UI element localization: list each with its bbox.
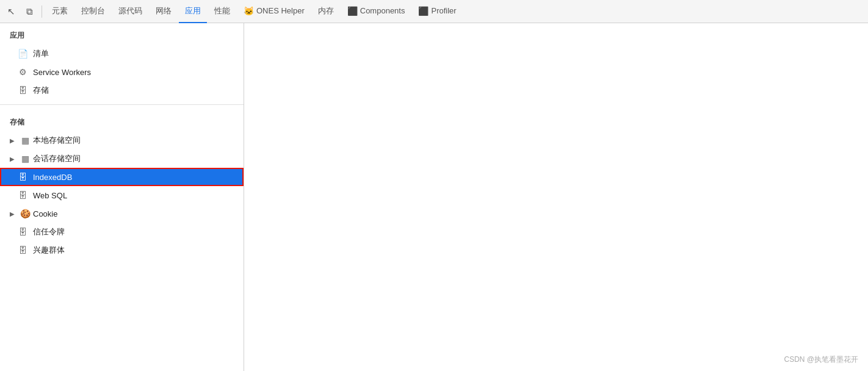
- tab-ones-helper[interactable]: 🐱 ONES Helper: [237, 0, 311, 23]
- tab-components-label: Components: [360, 6, 405, 15]
- tab-console[interactable]: 控制台: [75, 0, 111, 23]
- session-storage-icon: ▦: [20, 154, 31, 164]
- sidebar-item-local-storage[interactable]: ▶ ▦ 本地存储空间: [0, 131, 244, 149]
- tab-performance-label: 性能: [214, 5, 230, 16]
- sidebar-item-cookie-label: Cookie: [33, 209, 57, 218]
- toolbar: ↖ ⧉ 元素 控制台 源代码 网络 应用 性能 🐱 ONES Helper 内存…: [0, 0, 868, 23]
- interest-groups-icon: 🗄: [17, 245, 28, 255]
- manifest-icon: 📄: [17, 49, 28, 59]
- tab-profiler[interactable]: ⬛ Profiler: [412, 0, 462, 23]
- cookie-icon: 🍪: [20, 209, 31, 218]
- tab-application[interactable]: 应用: [179, 0, 207, 23]
- sidebar-item-storage-label: 存储: [33, 85, 49, 96]
- sidebar-item-service-workers-label: Service Workers: [33, 68, 91, 77]
- tab-network[interactable]: 网络: [150, 0, 178, 23]
- tab-memory-label: 内存: [318, 5, 334, 16]
- arrow-right-icon-2: ▶: [10, 156, 17, 162]
- content-area: CSDN @执笔看墨花开: [244, 23, 868, 371]
- tab-application-label: 应用: [185, 5, 201, 16]
- watermark: CSDN @执笔看墨花开: [784, 355, 858, 365]
- arrow-right-icon-3: ▶: [10, 211, 17, 217]
- sidebar-item-indexeddb-label: IndexedDB: [33, 173, 72, 182]
- sidebar-item-trust-tokens[interactable]: 🗄 信任令牌: [0, 223, 244, 241]
- sidebar-item-manifest[interactable]: 📄 清单: [0, 45, 244, 63]
- cursor-tool-button[interactable]: ↖: [2, 3, 20, 20]
- sidebar-item-session-storage-label: 会话存储空间: [33, 153, 81, 164]
- sidebar-item-trust-tokens-label: 信任令牌: [33, 226, 65, 237]
- sidebar-item-indexeddb[interactable]: 🗄 IndexedDB: [0, 168, 244, 186]
- tab-profiler-label: Profiler: [431, 6, 456, 15]
- sidebar-item-service-workers[interactable]: ⚙ Service Workers: [0, 63, 244, 81]
- tab-elements[interactable]: 元素: [46, 0, 74, 23]
- profiler-icon: ⬛: [418, 6, 429, 16]
- sidebar-item-web-sql-label: Web SQL: [33, 191, 67, 200]
- arrow-right-icon: ▶: [10, 137, 17, 144]
- tab-sources-label: 源代码: [118, 5, 142, 16]
- sidebar-item-web-sql[interactable]: 🗄 Web SQL: [0, 186, 244, 204]
- tab-ones-helper-label: ONES Helper: [256, 6, 305, 15]
- indexeddb-icon: 🗄: [17, 172, 28, 182]
- tab-performance[interactable]: 性能: [208, 0, 236, 23]
- tab-network-label: 网络: [156, 5, 172, 16]
- sidebar-item-cookie[interactable]: ▶ 🍪 Cookie: [0, 204, 244, 223]
- sidebar-item-interest-groups-label: 兴趣群体: [33, 245, 65, 256]
- storage-icon: 🗄: [17, 85, 28, 95]
- tab-sources[interactable]: 源代码: [112, 0, 148, 23]
- sidebar-item-local-storage-label: 本地存储空间: [33, 135, 81, 146]
- sidebar-item-storage[interactable]: 🗄 存储: [0, 81, 244, 99]
- tab-memory[interactable]: 内存: [312, 0, 340, 23]
- components-icon: ⬛: [347, 6, 358, 16]
- sidebar-divider: [0, 104, 244, 105]
- section-storage-label: 存储: [0, 110, 244, 131]
- sidebar-item-manifest-label: 清单: [33, 48, 49, 59]
- layers-tool-button[interactable]: ⧉: [21, 3, 38, 20]
- service-workers-icon: ⚙: [17, 67, 28, 77]
- sidebar: 应用 📄 清单 ⚙ Service Workers 🗄 存储 存储 ▶ ▦ 本地…: [0, 23, 244, 371]
- web-sql-icon: 🗄: [17, 190, 28, 200]
- tab-components[interactable]: ⬛ Components: [341, 0, 411, 23]
- tab-console-label: 控制台: [81, 5, 105, 16]
- ones-helper-icon: 🐱: [244, 6, 254, 16]
- tab-elements-label: 元素: [52, 5, 68, 16]
- sidebar-item-interest-groups[interactable]: 🗄 兴趣群体: [0, 241, 244, 259]
- sidebar-item-session-storage[interactable]: ▶ ▦ 会话存储空间: [0, 149, 244, 168]
- local-storage-icon: ▦: [20, 135, 31, 145]
- main-layout: 应用 📄 清单 ⚙ Service Workers 🗄 存储 存储 ▶ ▦ 本地…: [0, 23, 868, 371]
- section-app-label: 应用: [0, 23, 244, 45]
- trust-tokens-icon: 🗄: [17, 227, 28, 237]
- toolbar-divider: [42, 5, 42, 18]
